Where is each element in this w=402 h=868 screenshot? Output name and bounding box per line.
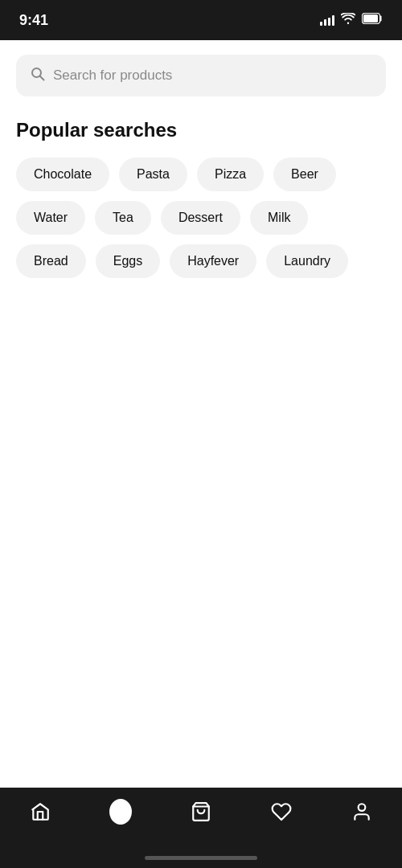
tag-eggs[interactable]: Eggs [96, 244, 160, 278]
tag-water[interactable]: Water [16, 201, 85, 235]
search-placeholder: Search for products [53, 68, 172, 84]
search-bar[interactable]: Search for products [16, 55, 386, 96]
tag-chocolate[interactable]: Chocolate [16, 158, 109, 191]
tag-laundry[interactable]: Laundry [266, 244, 348, 278]
tag-dessert[interactable]: Dessert [161, 201, 240, 235]
status-bar: 9:41 [0, 0, 402, 40]
nav-item-home[interactable] [29, 800, 51, 823]
svg-rect-1 [363, 14, 378, 23]
main-content: Popular searches ChocolatePastaPizzaBeer… [0, 111, 402, 294]
tag-beer[interactable]: Beer [273, 158, 336, 191]
svg-point-7 [359, 804, 366, 811]
tag-tea[interactable]: Tea [95, 201, 151, 235]
popular-searches-title: Popular searches [16, 119, 386, 141]
nav-item-profile[interactable] [351, 800, 373, 823]
battery-icon [362, 13, 383, 27]
svg-line-5 [122, 813, 126, 817]
nav-item-search[interactable] [109, 800, 132, 823]
home-indicator [145, 856, 257, 860]
heart-icon [270, 800, 293, 823]
tag-pasta[interactable]: Pasta [119, 158, 187, 191]
person-icon [351, 800, 373, 823]
tag-hayfever[interactable]: Hayfever [170, 244, 256, 278]
home-icon [29, 800, 51, 823]
wifi-icon [341, 13, 355, 27]
tag-milk[interactable]: Milk [250, 201, 308, 235]
status-time: 9:41 [19, 12, 48, 29]
cart-icon [190, 800, 212, 823]
nav-item-cart[interactable] [190, 800, 212, 823]
signal-icon [320, 14, 334, 26]
search-nav-icon [109, 800, 132, 823]
svg-line-3 [40, 76, 44, 80]
search-container: Search for products [0, 40, 402, 111]
search-icon [31, 67, 45, 85]
tag-bread[interactable]: Bread [16, 244, 86, 278]
tag-pizza[interactable]: Pizza [197, 158, 264, 191]
status-icons [320, 13, 383, 27]
tags-container: ChocolatePastaPizzaBeerWaterTeaDessertMi… [16, 158, 386, 278]
nav-item-wishlist[interactable] [270, 800, 293, 823]
